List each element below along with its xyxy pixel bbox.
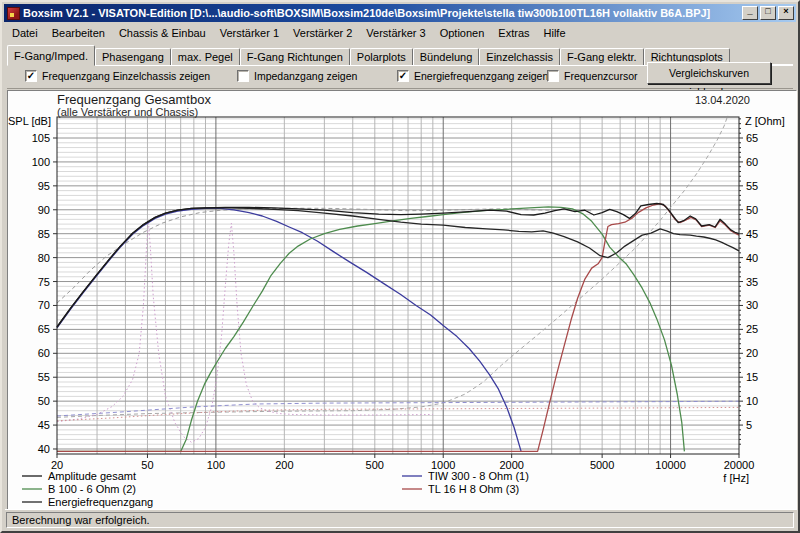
tab-einzelchassis[interactable]: Einzelchassis: [479, 48, 560, 66]
axis-tick-label-right: 60: [746, 156, 758, 168]
menu-datei[interactable]: Datei: [5, 25, 45, 41]
checkbox-label: Impedanzgang zeigen: [254, 70, 357, 82]
axis-tick-label-bottom: 500: [366, 459, 384, 471]
checkbox-label: Frequenzgang Einzelchassis zeigen: [42, 70, 210, 82]
axis-tick-label-right: 40: [746, 252, 758, 264]
tab-bündelung[interactable]: Bündelung: [413, 48, 480, 66]
axis-tick-label-bottom: 100: [207, 459, 225, 471]
axis-tick-label-right: 5: [746, 419, 752, 431]
menu-optionen[interactable]: Optionen: [433, 25, 492, 41]
tab-f-gang-imped[interactable]: F-Gang/Imped.: [7, 45, 95, 66]
app-icon: [7, 7, 20, 20]
chart-title: Frequenzgang Gesamtbox: [57, 92, 211, 107]
tab-polarplots[interactable]: Polarplots: [350, 48, 413, 66]
axis-tick-label-right: 45: [746, 228, 758, 240]
display-options-panel: Vergleichskurven einblenden ✓Frequenzgan…: [7, 65, 793, 89]
axis-tick-label-right: 25: [746, 323, 758, 335]
chart-panel: 404550556065707580859095100105SPL [dB]51…: [7, 90, 797, 510]
app-window: Boxsim V2.1 - VISATON-Edition [D:\...\au…: [0, 0, 800, 533]
window-controls: _□×: [742, 6, 794, 20]
axis-tick-label-bottom: 20000: [724, 459, 755, 471]
axis-tick-label-left: 85: [38, 228, 50, 240]
menu-verstärker-3[interactable]: Verstärker 3: [359, 25, 432, 41]
axis-tick-label-left: 60: [38, 347, 50, 359]
axis-tick-label-left: 80: [38, 252, 50, 264]
window-title: Boxsim V2.1 - VISATON-Edition [D:\...\au…: [23, 7, 738, 19]
tab-f-gang-elektr[interactable]: F-Gang elektr.: [560, 48, 644, 66]
axis-tick-label-right: 55: [746, 180, 758, 192]
axis-tick-label-left: 75: [38, 276, 50, 288]
axis-tick-label-right: 50: [746, 204, 758, 216]
status-message: Berechnung war erfolgreich.: [6, 512, 794, 528]
close-button[interactable]: ×: [778, 6, 794, 20]
title-bar[interactable]: Boxsim V2.1 - VISATON-Edition [D:\...\au…: [4, 4, 796, 22]
axis-tick-label-bottom: 200: [275, 459, 293, 471]
menu-extras[interactable]: Extras: [491, 25, 536, 41]
axis-tick-label-left: 50: [38, 395, 50, 407]
maximize-button[interactable]: □: [760, 6, 776, 20]
legend-label-energie: Energiefrequenzgang: [48, 496, 153, 508]
checkbox-label: Frequenzcursor: [564, 70, 638, 82]
checkbox-frequenzgang-einzelchassis-zeigen[interactable]: ✓Frequenzgang Einzelchassis zeigen: [25, 70, 210, 82]
checkbox-box[interactable]: ✓: [25, 70, 37, 82]
checkbox-label: Energiefrequenzgang zeigen: [414, 70, 548, 82]
plot-background: [57, 117, 739, 454]
menu-bearbeiten[interactable]: Bearbeiten: [45, 25, 112, 41]
menu-verstärker-2[interactable]: Verstärker 2: [286, 25, 359, 41]
checkbox-impedanzgang-zeigen[interactable]: Impedanzgang zeigen: [237, 70, 357, 82]
axis-tick-label-right: 35: [746, 276, 758, 288]
axis-tick-label-bottom: 5000: [590, 459, 614, 471]
frequency-response-chart: 404550556065707580859095100105SPL [dB]51…: [8, 91, 796, 509]
checkbox-box[interactable]: ✓: [397, 70, 409, 82]
axis-tick-label-bottom: 50: [141, 459, 153, 471]
compare-curves-button[interactable]: Vergleichskurven einblenden: [647, 62, 771, 84]
axis-tick-label-left: 40: [38, 443, 50, 455]
axis-tick-label-right: 15: [746, 371, 758, 383]
axis-tick-label-right: 20: [746, 347, 758, 359]
menu-chassis-einbau[interactable]: Chassis & Einbau: [112, 25, 213, 41]
axis-tick-label-left: 55: [38, 371, 50, 383]
legend-label-tiw300: TIW 300 - 8 Ohm (1): [428, 470, 529, 482]
axis-tick-label-left: 70: [38, 299, 50, 311]
axis-tick-label-left: 45: [38, 419, 50, 431]
axis-tick-label-left: 100: [32, 156, 50, 168]
y-axis-right-title: Z [Ohm]: [745, 115, 785, 127]
chart-subtitle: (alle Verstärker und Chassis): [57, 106, 198, 118]
axis-tick-label-right: 65: [746, 132, 758, 144]
x-axis-title: f [Hz]: [723, 472, 749, 484]
tab-max-pegel[interactable]: max. Pegel: [171, 48, 240, 66]
axis-tick-label-left: 90: [38, 204, 50, 216]
axis-tick-label-right: 10: [746, 395, 758, 407]
checkbox-frequenzcursor[interactable]: Frequenzcursor: [547, 70, 638, 82]
checkbox-box[interactable]: [547, 70, 559, 82]
axis-tick-label-left: 105: [32, 132, 50, 144]
chart-date: 13.04.2020: [695, 94, 750, 106]
y-axis-left-title: SPL [dB]: [8, 115, 51, 127]
axis-tick-label-bottom: 10000: [655, 459, 686, 471]
checkbox-energiefrequenzgang-zeigen[interactable]: ✓Energiefrequenzgang zeigen: [397, 70, 548, 82]
menu-verstärker-1[interactable]: Verstärker 1: [213, 25, 286, 41]
legend-label-b100: B 100 - 6 Ohm (2): [48, 483, 136, 495]
axis-tick-label-left: 65: [38, 323, 50, 335]
axis-tick-label-left: 95: [38, 180, 50, 192]
minimize-button[interactable]: _: [742, 6, 758, 20]
legend-label-tl16h: TL 16 H 8 Ohm (3): [428, 483, 519, 495]
tab-f-gang-richtungen[interactable]: F-Gang Richtungen: [240, 48, 350, 66]
tab-phasengang[interactable]: Phasengang: [95, 48, 171, 66]
checkbox-box[interactable]: [237, 70, 249, 82]
menu-bar: DateiBearbeitenChassis & EinbauVerstärke…: [5, 24, 795, 42]
status-bar: Berechnung war erfolgreich.: [5, 509, 795, 529]
axis-tick-label-right: 30: [746, 299, 758, 311]
legend-label-amplitude: Amplitude gesamt: [48, 470, 136, 482]
menu-hilfe[interactable]: Hilfe: [537, 25, 573, 41]
